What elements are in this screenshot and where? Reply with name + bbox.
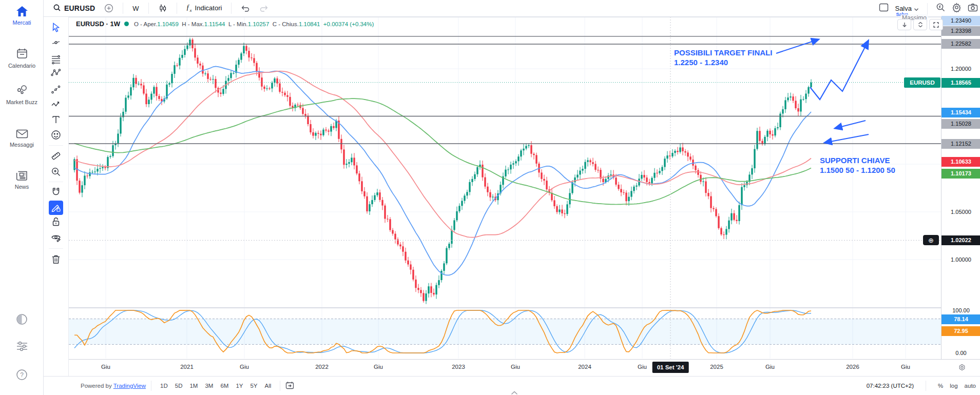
price-label-osc-blue: 78.14 (941, 314, 980, 324)
save-button[interactable]: Salva Salva (895, 4, 919, 13)
toolbar-separator (49, 145, 63, 146)
fib-tool-icon[interactable] (49, 52, 63, 67)
session-clock[interactable]: 07:42:23 (UTC+2) (867, 383, 914, 389)
time-label: Giu (363, 364, 394, 370)
chart-canvas[interactable]: POSSIBILI TARGET FINALI1.2250 - 1.2340SU… (69, 17, 941, 359)
sidebar-item-messaggi[interactable]: Messaggi (0, 128, 44, 148)
time-axis[interactable]: Giu2021Giu2022Giu2023Giu2024Giu2025Giu20… (69, 359, 980, 376)
annotation-text: 1.2250 - 1.2340 (674, 58, 728, 67)
sidebar-item-label: News (0, 184, 44, 190)
range-button-all[interactable]: All (261, 381, 275, 390)
buzz-icon (15, 90, 29, 98)
time-label: Giu (890, 364, 921, 370)
range-button-1y[interactable]: 1Y (232, 381, 246, 390)
range-button-5d[interactable]: 5D (171, 381, 186, 390)
time-label: 2024 (569, 364, 600, 370)
compare-add-icon[interactable] (102, 3, 116, 14)
quick-search-icon[interactable] (936, 3, 946, 14)
scroll-down-button[interactable] (897, 19, 911, 30)
cursor-tool-icon[interactable] (49, 21, 63, 35)
lock-tool-icon[interactable] (49, 214, 63, 229)
go-to-date-icon[interactable] (285, 381, 295, 390)
redo-icon[interactable] (257, 3, 271, 13)
sidebar-item-label: Calendario (0, 63, 44, 69)
mail-icon (15, 132, 29, 141)
range-button-3m[interactable]: 3M (201, 381, 217, 390)
svg-text:?: ? (20, 371, 24, 379)
emoji-tool-icon[interactable] (49, 128, 63, 142)
time-label: Giu (500, 364, 531, 370)
draw-tool-icon[interactable] (49, 201, 63, 215)
range-button-6m[interactable]: 6M (217, 381, 232, 390)
sidebar-item-calendario[interactable]: Calendario (0, 47, 44, 69)
ruler-tool-icon[interactable] (49, 149, 63, 163)
legend-high-value: 1.11544 (204, 21, 225, 27)
log-scale-button[interactable]: log (950, 383, 957, 389)
pattern-tool-icon[interactable] (49, 66, 63, 80)
range-button-1m[interactable]: 1M (186, 381, 201, 390)
footer-divider (926, 381, 926, 391)
fx-icon: ƒx (186, 4, 192, 13)
symbol-name: EURUSD (64, 4, 95, 12)
price-scale[interactable]: 1.234901.233981.225821.200001.185651.154… (941, 17, 980, 359)
maximize-pane-button[interactable] (929, 19, 943, 30)
add-alert-plus-button[interactable]: ⊕ (923, 235, 939, 245)
price-label-level: 1.12152 (941, 139, 980, 149)
range-button-1d[interactable]: 1D (157, 381, 171, 390)
indicators-label: Indicatori (195, 4, 222, 12)
chart-legend[interactable]: EURUSD · 1W O - Aper.1.10459 H - Max.1.1… (76, 19, 374, 28)
price-label-ma-red: 1.10633 (941, 157, 980, 167)
help-icon[interactable]: ? (0, 368, 44, 383)
camera-snapshot-icon[interactable] (968, 3, 978, 14)
auto-scale-button[interactable]: auto (965, 383, 976, 389)
time-label: 2022 (306, 364, 337, 370)
magnet-tool-icon[interactable] (49, 185, 63, 199)
top-toolbar: EURUSD W ƒx Indicatori (44, 0, 980, 17)
sliders-icon[interactable] (0, 341, 44, 354)
sidebar-item-market-buzz[interactable]: Market Buzz (0, 84, 44, 106)
time-label: Giu (90, 364, 121, 370)
axis-settings-gear-icon[interactable] (958, 364, 966, 373)
price-label-tick: 1.05000 (941, 207, 980, 217)
price-label-ma-green: 1.10173 (941, 169, 980, 179)
legend-high-label: H - Max. (182, 21, 204, 27)
sidebar-item-label: Market Buzz (0, 99, 44, 106)
contrast-icon[interactable] (0, 313, 44, 328)
range-button-5y[interactable]: 5Y (246, 381, 261, 390)
sidebar-item-news[interactable]: News (0, 169, 44, 190)
expand-pane-caret[interactable] (511, 388, 518, 395)
time-label: 2026 (837, 364, 868, 370)
zoomin-tool-icon[interactable] (49, 165, 63, 179)
trendline-tool-icon[interactable] (49, 35, 63, 50)
search-icon (53, 4, 61, 13)
forecast-tool-icon[interactable] (49, 82, 63, 96)
undo-icon[interactable] (239, 3, 252, 13)
legend-low-value: 1.10257 (248, 21, 270, 27)
current-price-symbol-tag: EURUSD (904, 77, 940, 88)
projection-zigzag (810, 41, 868, 100)
sidebar-item-label: Mercati (0, 19, 44, 26)
text-tool-icon[interactable] (49, 112, 63, 127)
trash-tool-icon[interactable] (49, 252, 63, 266)
ma-45-line (74, 71, 811, 238)
symbol-search-button[interactable]: EURUSD (51, 3, 97, 14)
interval-button[interactable]: W (130, 4, 141, 13)
sidebar-item-mercati[interactable]: Mercati (0, 5, 44, 26)
home-icon (15, 10, 29, 19)
price-label-last: 1.18565 (941, 78, 980, 88)
price-label-max: 1.23490 (941, 16, 980, 26)
settings-gear-icon[interactable] (952, 3, 962, 14)
wave-tool-icon[interactable] (49, 97, 63, 111)
price-label-level: 1.23398 (941, 26, 980, 36)
chart-style-icon[interactable] (156, 3, 169, 14)
layout-panel-icon[interactable] (879, 3, 889, 14)
annotation-text: SUPPORTI CHIAVE (820, 156, 890, 165)
status-dot (124, 22, 129, 26)
percent-scale-button[interactable]: % (938, 383, 943, 389)
legend-change-value: +0.00374 (+0.34%) (323, 21, 374, 27)
time-label: 2025 (701, 364, 732, 370)
indicators-button[interactable]: ƒx Indicatori (184, 3, 224, 14)
collapse-pane-button[interactable] (913, 19, 927, 30)
eye-tool-icon[interactable] (49, 230, 63, 245)
tradingview-link[interactable]: TradingView (113, 383, 146, 389)
